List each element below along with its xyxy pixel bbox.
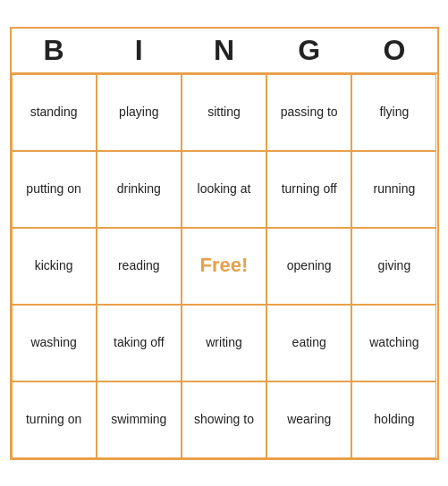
bingo-cell-23[interactable]: wearing bbox=[266, 381, 351, 458]
bingo-card: BINGO standingplayingsittingpassing tofl… bbox=[10, 27, 439, 460]
bingo-cell-9[interactable]: running bbox=[351, 151, 436, 228]
bingo-cell-14[interactable]: giving bbox=[351, 228, 436, 305]
bingo-header: BINGO bbox=[12, 29, 437, 74]
bingo-cell-17[interactable]: writing bbox=[182, 305, 266, 381]
header-letter-i: I bbox=[97, 29, 182, 72]
header-letter-n: N bbox=[182, 29, 266, 72]
bingo-cell-21[interactable]: swimming bbox=[97, 381, 182, 458]
bingo-cell-2[interactable]: sitting bbox=[182, 74, 266, 151]
bingo-cell-10[interactable]: kicking bbox=[12, 228, 97, 305]
free-cell[interactable]: Free! bbox=[182, 228, 266, 305]
bingo-cell-15[interactable]: washing bbox=[12, 305, 97, 381]
bingo-cell-6[interactable]: drinking bbox=[97, 151, 182, 228]
bingo-cell-20[interactable]: turning on bbox=[12, 381, 97, 458]
bingo-grid: standingplayingsittingpassing toflyingpu… bbox=[12, 74, 437, 458]
bingo-cell-11[interactable]: reading bbox=[97, 228, 182, 305]
bingo-cell-13[interactable]: opening bbox=[266, 228, 351, 305]
bingo-cell-19[interactable]: watching bbox=[351, 305, 436, 381]
bingo-cell-8[interactable]: turning off bbox=[266, 151, 351, 228]
bingo-cell-24[interactable]: holding bbox=[351, 381, 436, 458]
header-letter-o: O bbox=[351, 29, 436, 72]
bingo-cell-18[interactable]: eating bbox=[266, 305, 351, 381]
bingo-cell-7[interactable]: looking at bbox=[182, 151, 266, 228]
bingo-cell-3[interactable]: passing to bbox=[266, 74, 351, 151]
header-letter-b: B bbox=[12, 29, 97, 72]
bingo-cell-4[interactable]: flying bbox=[351, 74, 436, 151]
bingo-cell-0[interactable]: standing bbox=[12, 74, 97, 151]
bingo-cell-5[interactable]: putting on bbox=[12, 151, 97, 228]
bingo-cell-22[interactable]: showing to bbox=[182, 381, 266, 458]
bingo-cell-1[interactable]: playing bbox=[97, 74, 182, 151]
bingo-cell-16[interactable]: taking off bbox=[97, 305, 182, 381]
header-letter-g: G bbox=[266, 29, 351, 72]
